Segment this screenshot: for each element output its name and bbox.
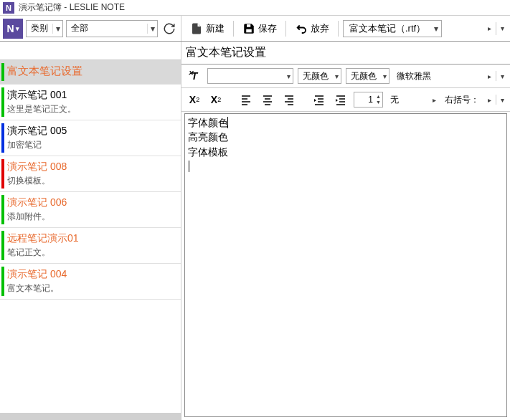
row2-overflow[interactable]: ▸▾: [486, 95, 506, 105]
indent-level-input[interactable]: [354, 95, 374, 105]
category-dropdown[interactable]: 类别▾: [26, 20, 63, 37]
note-desc: 笔记正文。: [7, 247, 175, 259]
note-desc: 加密笔记: [7, 139, 175, 151]
font-color-select[interactable]: 无颜色▾: [298, 68, 341, 84]
color-bar: [1, 267, 4, 296]
separator: [338, 21, 339, 37]
separator: [233, 21, 234, 37]
align-left-button[interactable]: [237, 91, 255, 108]
discard-button[interactable]: 放弃: [291, 19, 334, 38]
left-toolbar: N▾ 类别▾ 全部▾: [0, 16, 181, 41]
right-bracket-label: 右括号：: [442, 94, 482, 106]
sidebar-footer: [0, 413, 181, 420]
highlight-color-select[interactable]: 无颜色▾: [346, 68, 389, 84]
align-center-button[interactable]: [259, 91, 276, 108]
app-menu-button[interactable]: N▾: [3, 19, 23, 39]
svg-rect-0: [246, 29, 252, 32]
note-desc: 切换模板。: [7, 175, 175, 187]
color-bar: [1, 231, 4, 260]
note-title: 演示笔记 006: [7, 196, 175, 209]
app-logo-icon: N: [3, 2, 14, 14]
note-item[interactable]: 远程笔记演示01笔记正文。: [0, 228, 181, 264]
content-line: 字体颜色: [188, 115, 504, 130]
note-title: 演示笔记 001: [7, 89, 175, 102]
note-desc: 这里是笔记正文。: [7, 103, 175, 115]
font-style-select[interactable]: ▾: [207, 68, 293, 84]
color-bar: [1, 123, 4, 153]
superscript-button[interactable]: X2: [186, 91, 203, 108]
note-desc: 富文本笔记。: [7, 282, 175, 295]
svg-rect-1: [247, 24, 250, 27]
color-bar: [1, 87, 4, 117]
note-desc: 添加附件。: [7, 211, 175, 223]
note-title: 演示笔记 004: [7, 268, 175, 281]
color-bar: [1, 159, 4, 188]
note-title: 演示笔记 005: [7, 125, 175, 138]
note-item[interactable]: 演示笔记 005加密笔记: [0, 120, 181, 156]
content-line: 字体模板: [188, 145, 504, 159]
editor-pane: 富文本笔记设置 T✕ ▾ 无颜色▾ 无颜色▾ 微软雅黑 ▸▾ X2 X2 ▲▼ …: [181, 42, 510, 420]
note-title: 演示笔记 008: [7, 161, 175, 173]
color-bar: [1, 63, 4, 81]
document-title-row: 富文本笔记设置: [181, 42, 510, 65]
list-style-none-label: 无: [387, 94, 402, 106]
save-button[interactable]: 保存: [238, 19, 281, 38]
note-item[interactable]: 演示笔记 004富文本笔记。: [0, 264, 181, 300]
note-item[interactable]: 富文本笔记设置: [0, 60, 181, 85]
indent-decrease-button[interactable]: [311, 91, 328, 108]
indent-increase-button[interactable]: [332, 91, 349, 108]
window-titlebar: N 演示笔记簿 - LESLIE NOTE: [0, 0, 510, 16]
refresh-button[interactable]: [161, 20, 178, 37]
toolbar-overflow[interactable]: ▸ ▾: [486, 22, 506, 35]
format-toolbar-row-1: T✕ ▾ 无颜色▾ 无颜色▾ 微软雅黑 ▸▾: [181, 65, 510, 88]
note-format-dropdown[interactable]: 富文本笔记（.rtf）▾: [343, 20, 442, 37]
sidebar: 富文本笔记设置演示笔记 001这里是笔记正文。演示笔记 005加密笔记演示笔记 …: [0, 42, 181, 420]
note-title: 富文本笔记设置: [7, 65, 175, 78]
indent-level-spinner[interactable]: ▲▼: [354, 92, 383, 108]
note-title: 远程笔记演示01: [7, 232, 175, 245]
new-button[interactable]: 新建: [186, 19, 229, 38]
subscript-button[interactable]: X2: [207, 91, 225, 108]
clear-format-icon[interactable]: T✕: [186, 67, 203, 85]
document-title[interactable]: 富文本笔记设置: [186, 45, 266, 60]
font-family-label: 微软雅黑: [394, 70, 434, 82]
align-right-button[interactable]: [280, 91, 298, 108]
editor-content[interactable]: 字体颜色高亮颜色字体模板: [184, 113, 507, 417]
row1-overflow[interactable]: ▸▾: [486, 71, 506, 82]
filter-dropdown[interactable]: 全部▾: [66, 20, 158, 37]
note-item[interactable]: 演示笔记 006添加附件。: [0, 192, 181, 228]
spinner-down-icon[interactable]: ▼: [376, 100, 381, 105]
window-title: 演示笔记簿 - LESLIE NOTE: [19, 1, 125, 14]
spinner-up-icon[interactable]: ▲: [376, 94, 381, 100]
search-area[interactable]: [0, 42, 181, 60]
note-item[interactable]: 演示笔记 001这里是笔记正文。: [0, 85, 181, 120]
note-item[interactable]: 演示笔记 008切换模板。: [0, 156, 181, 192]
format-toolbar-row-2: X2 X2 ▲▼ 无 ▸ 右括号： ▸▾: [181, 88, 510, 112]
main-toolbar: N▾ 类别▾ 全部▾ 新建 保存 放弃 富文本笔记（.rtf）▾ ▸: [0, 16, 510, 42]
right-toolbar: 新建 保存 放弃 富文本笔记（.rtf）▾ ▸ ▾: [181, 19, 510, 38]
main-area: 富文本笔记设置演示笔记 001这里是笔记正文。演示笔记 005加密笔记演示笔记 …: [0, 42, 510, 420]
separator: [285, 21, 286, 37]
chevron-right-icon[interactable]: ▸: [431, 96, 438, 104]
color-bar: [1, 195, 4, 224]
note-list: 富文本笔记设置演示笔记 001这里是笔记正文。演示笔记 005加密笔记演示笔记 …: [0, 60, 181, 413]
content-line: 高亮颜色: [188, 130, 504, 144]
